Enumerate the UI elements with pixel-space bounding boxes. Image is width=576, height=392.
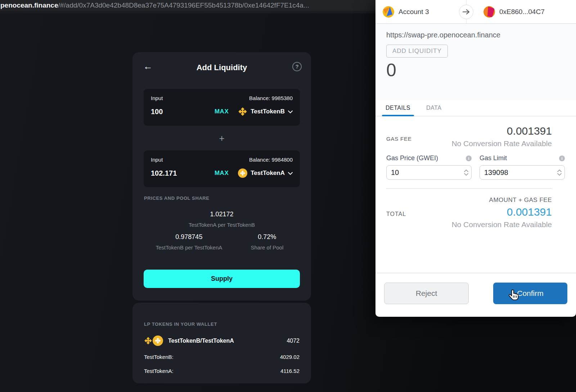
wallet-confirm-popup: Account 3 0xE860...04C7 https://swap-pre… [375, 0, 576, 317]
testtokenb-icon [144, 337, 152, 345]
add-liquidity-card: ← Add Liquidity ? Input Balance: 9985380… [132, 52, 311, 301]
dapp-origin-url: https://swap-pre.openocean.finance [386, 31, 576, 39]
amount-input-top[interactable] [151, 108, 215, 116]
max-button-bottom[interactable]: MAX [215, 170, 229, 177]
tx-amount: 0 [386, 61, 576, 79]
lp-wallet-heading: LP TOKENS IN YOUR WALLET [144, 321, 300, 327]
gas-fee-conversion-note: No Conversion Rate Available [412, 139, 552, 148]
price-secondary-block: 0.978745 TestTokenB per TestTokenA [144, 233, 234, 251]
gas-limit-spinner [557, 170, 562, 176]
tab-details[interactable]: DETAILS [386, 100, 410, 116]
token-input-box-bottom: Input Balance: 9984800 MAX TestTokenA [144, 150, 300, 187]
price-main-label: TestTokenA per TestTokenB [132, 222, 311, 228]
info-icon[interactable]: i [466, 156, 472, 161]
lp-row-value: 4116.52 [280, 368, 300, 374]
help-icon[interactable]: ? [292, 62, 302, 71]
confirm-button[interactable]: Confirm [493, 283, 567, 304]
plus-icon: + [132, 133, 311, 144]
lp-token-row: TestTokenA: 4116.52 [144, 368, 300, 374]
add-liquidity-header: ← Add Liquidity ? [132, 52, 311, 81]
arrow-right-icon [459, 5, 473, 19]
amount-input-bottom[interactable] [151, 169, 215, 177]
from-account-name: Account 3 [399, 8, 429, 16]
popup-footer: Reject Confirm [375, 273, 576, 317]
lp-row-value: 4029.02 [280, 354, 300, 360]
lp-pair-amount: 4072 [287, 338, 300, 344]
token-input-box-top: Input Balance: 9985380 MAX TestTokenB [144, 89, 300, 126]
gas-fee-values: 0.001391 No Conversion Rate Available [412, 125, 552, 148]
gas-fields-row: Gas Price (GWEI) i Gas Limit i [386, 154, 552, 180]
popup-origin-section: https://swap-pre.openocean.finance ADD L… [375, 24, 576, 100]
balance-label: Balance: 9984800 [249, 157, 293, 163]
gas-limit-input[interactable] [484, 168, 557, 177]
token-name-bottom: TestTokenA [251, 170, 285, 177]
price-secondary-value: 0.978745 [144, 233, 234, 241]
total-conversion-note: No Conversion Rate Available [406, 220, 552, 229]
method-badge: ADD LIQUIDITY [386, 45, 448, 58]
amount-gas-fee-caption: AMOUNT + GAS FEE [386, 197, 552, 204]
lp-pair-name: TestTokenB/TestTokenA [168, 338, 287, 344]
price-main-block: 1.02172 TestTokenA per TestTokenB [132, 211, 311, 228]
to-account-avatar [483, 6, 495, 18]
from-account-avatar [383, 6, 394, 18]
testtokena-icon [238, 168, 247, 178]
gas-fee-value: 0.001391 [412, 125, 552, 137]
total-value: 0.001391 [406, 206, 552, 218]
reject-button[interactable]: Reject [384, 283, 469, 304]
to-account-address: 0xE860...04C7 [499, 8, 545, 16]
spinner-up-icon[interactable] [464, 170, 468, 172]
url-domain: penocean.finance [0, 1, 58, 9]
price-secondary-label: TestTokenB per TestTokenA [144, 244, 234, 251]
balance-label: Balance: 9985380 [249, 95, 293, 101]
page-title: Add Liquidity [132, 63, 311, 72]
testtokena-icon [153, 335, 163, 346]
spinner-down-icon[interactable] [464, 173, 468, 176]
lp-pair-row: TestTokenB/TestTokenA 4072 [144, 335, 300, 346]
spinner-down-icon[interactable] [557, 173, 562, 176]
from-account: Account 3 [383, 6, 429, 18]
pool-share-block: 0.72% Share of Pool [234, 233, 300, 251]
url-path: /#/add/0x7A3d0e42b48D8ea37e75A4793196EF5… [58, 1, 309, 9]
popup-accounts-header: Account 3 0xE860...04C7 [375, 0, 576, 24]
gas-price-spinner [464, 170, 468, 176]
total-row: TOTAL 0.001391 No Conversion Rate Availa… [386, 206, 552, 229]
pool-share-label: Share of Pool [234, 244, 300, 251]
tab-data[interactable]: DATA [426, 100, 441, 116]
gas-price-field: Gas Price (GWEI) i [386, 154, 472, 180]
gas-price-label: Gas Price (GWEI) [386, 154, 438, 162]
popup-details-content: GAS FEE 0.001391 No Conversion Rate Avai… [375, 125, 576, 229]
lp-tokens-card: LP TOKENS IN YOUR WALLET T [132, 303, 311, 383]
price-columns: 0.978745 TestTokenB per TestTokenA 0.72%… [144, 233, 300, 251]
lp-pair-icons [144, 335, 163, 346]
testtokenb-icon [238, 107, 247, 116]
lp-token-row: TestTokenB: 4029.02 [144, 354, 300, 360]
gas-fee-label: GAS FEE [386, 136, 412, 148]
info-icon[interactable]: i [559, 156, 565, 161]
input-label: Input [151, 95, 163, 101]
spinner-up-icon[interactable] [557, 170, 562, 172]
gas-price-input[interactable] [391, 168, 464, 177]
total-values: 0.001391 No Conversion Rate Available [406, 206, 552, 229]
popup-tabs: DETAILS DATA [375, 100, 576, 116]
section-divider [386, 188, 552, 189]
gas-limit-field: Gas Limit i [480, 154, 565, 180]
token-selector-top[interactable]: TestTokenB [238, 107, 293, 116]
lp-row-label: TestTokenB: [144, 354, 174, 360]
chevron-down-icon [288, 109, 293, 114]
max-button-top[interactable]: MAX [215, 108, 229, 115]
price-main-value: 1.02172 [132, 211, 311, 218]
prices-pool-share-heading: PRICES AND POOL SHARE [144, 195, 210, 201]
gas-fee-row: GAS FEE 0.001391 No Conversion Rate Avai… [386, 125, 552, 148]
to-account: 0xE860...04C7 [483, 6, 545, 18]
pool-share-value: 0.72% [234, 233, 300, 241]
lp-row-label: TestTokenA: [144, 368, 174, 374]
gas-limit-label: Gas Limit [480, 154, 507, 162]
token-name-top: TestTokenB [251, 108, 285, 115]
supply-button[interactable]: Supply [144, 270, 300, 288]
total-label: TOTAL [386, 211, 406, 229]
token-selector-bottom[interactable]: TestTokenA [238, 168, 293, 178]
screen: penocean.finance/#/add/0x7A3d0e42b48D8ea… [0, 0, 576, 392]
input-label: Input [151, 157, 163, 163]
chevron-down-icon [288, 171, 293, 176]
